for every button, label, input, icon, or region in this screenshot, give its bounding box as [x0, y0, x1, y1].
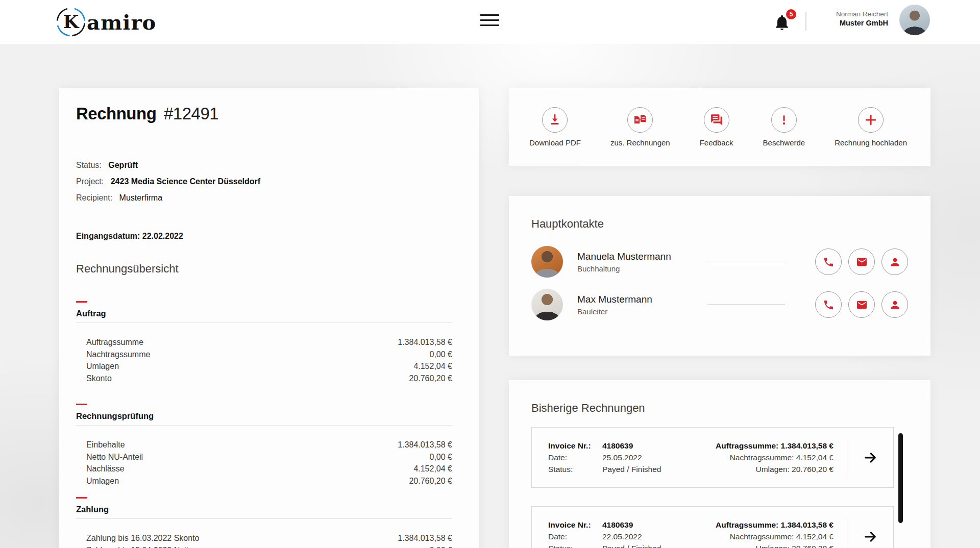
section-divider	[76, 425, 452, 426]
history-scrollbar[interactable]	[898, 433, 903, 523]
logo-circle-icon: K	[56, 7, 86, 37]
row-value: 20.760,20 €	[409, 372, 452, 385]
hamburger-menu-icon[interactable]	[480, 14, 499, 30]
row-label: Auftragssumme	[86, 336, 143, 348]
row-label: Netto NU-Anteil	[86, 451, 143, 463]
additional-invoices-button[interactable]: zus. Rechnungen	[610, 107, 670, 147]
contact-profile-button[interactable]	[881, 291, 908, 318]
user-menu[interactable]: Norman Reichert Muster GmbH	[836, 10, 888, 28]
invoice-status-row: Status: Payed / Finished	[548, 542, 694, 548]
invoice-date-row: Date: 25.05.2022	[548, 452, 694, 463]
overview-heading: Rechnungsübersicht	[76, 262, 452, 276]
page-title: Rechnung #12491	[76, 104, 452, 123]
row-value: 0,00 €	[430, 348, 452, 361]
person-icon	[889, 256, 901, 268]
action-label: Beschwerde	[763, 138, 805, 147]
chat-icon	[710, 113, 723, 127]
email-contact-button[interactable]	[848, 291, 875, 318]
section-accent-dash	[76, 497, 87, 499]
amount-row: Auftragssumme 1.384.013,58 €	[86, 336, 452, 348]
amount-row: Zahlung bis 16.03.2022 Skonto 1.384.013,…	[86, 532, 452, 544]
phone-icon	[823, 299, 835, 311]
phone-icon	[823, 256, 835, 268]
history-heading: Bisherige Rechnungen	[531, 402, 908, 415]
upload-invoice-button[interactable]: Rechnung hochladen	[835, 107, 907, 147]
invoice-nr-label: Invoice Nr.:	[548, 519, 602, 531]
download-icon	[548, 113, 561, 127]
user-company: Muster GmbH	[836, 18, 888, 28]
contact-role: Buchhaltung	[577, 264, 707, 273]
contact-row-max: Max Mustermann Bauleiter	[531, 289, 908, 320]
invoice-date-row: Date: 22.05.2022	[548, 531, 694, 542]
project-row: Project: 2423 Media Science Center Düsse…	[76, 173, 452, 190]
exclamation-icon	[777, 113, 791, 127]
invoice-list-item[interactable]: Invoice Nr.: 4180639 Date: 22.05.2022 St…	[531, 506, 894, 548]
row-label: Umlagen	[86, 475, 119, 487]
section-rechnungspruefung: Rechnungsprüfung Einbehalte 1.384.013,58…	[76, 404, 452, 487]
invoice-sum-sub: Umlagen: 20.760,20 €	[694, 463, 834, 475]
action-label: Download PDF	[529, 138, 581, 147]
call-contact-button[interactable]	[815, 248, 842, 275]
contact-avatar	[531, 246, 563, 278]
notifications-button[interactable]: 5	[771, 9, 797, 36]
contact-profile-button[interactable]	[881, 248, 908, 275]
invoice-sum-sub: Nachtragssumme: 4.152,04 €	[694, 531, 834, 542]
invoice-title: Rechnung	[76, 104, 156, 123]
amount-row: Einbehalte 1.384.013,58 €	[86, 439, 452, 451]
plus-icon	[864, 113, 878, 127]
open-invoice-button[interactable]	[847, 529, 893, 544]
row-label: Zahlung bis 15.04.2022 Netto	[86, 544, 193, 548]
row-value: 20.760,20 €	[409, 475, 452, 487]
arrow-right-icon	[863, 450, 878, 465]
project-label: Project:	[76, 177, 104, 186]
invoice-sum-main: Auftragssumme: 1.384.013,58 €	[694, 440, 834, 452]
row-label: Skonto	[86, 372, 112, 385]
invoice-detail-card: Rechnung #12491 Status: Geprüft Project:…	[59, 88, 479, 548]
amount-row: Nachlässe 4.152,04 €	[86, 463, 452, 475]
section-title: Rechnungsprüfung	[76, 411, 452, 421]
invoice-sum-main: Auftragssumme: 1.384.013,58 €	[694, 519, 834, 531]
section-zahlung: Zahlung Zahlung bis 16.03.2022 Skonto 1.…	[76, 497, 452, 548]
complaint-button[interactable]: Beschwerde	[763, 107, 805, 147]
action-label: Feedback	[700, 138, 733, 147]
contact-name: Manuela Mustermann	[577, 251, 707, 262]
arrow-right-icon	[863, 529, 878, 544]
user-avatar[interactable]	[899, 5, 930, 35]
contact-row-manuela: Manuela Mustermann Buchhaltung	[531, 246, 908, 278]
invoice-status-row: Status: Payed / Finished	[548, 463, 694, 475]
row-label: Umlagen	[86, 360, 119, 372]
user-name: Norman Reichert	[836, 10, 888, 18]
email-contact-button[interactable]	[848, 248, 875, 275]
invoice-nr-value: 4180639	[602, 519, 633, 531]
invoice-sum-sub: Umlagen: 20.760,20 €	[694, 542, 834, 548]
amount-row: Umlagen 4.152,04 €	[86, 360, 452, 372]
section-divider	[76, 322, 452, 323]
invoice-list-item[interactable]: Invoice Nr.: 4180639 Date: 25.05.2022 St…	[531, 427, 894, 488]
invoice-date-value: 22.05.2022	[602, 531, 642, 542]
contacts-heading: Hauptkontakte	[531, 217, 908, 231]
notification-badge: 5	[786, 9, 796, 19]
recipient-row: Recipient: Musterfirma	[76, 190, 452, 206]
logo-letter: K	[63, 11, 80, 32]
invoice-status-label: Status:	[548, 463, 602, 475]
open-invoice-button[interactable]	[847, 450, 893, 465]
invoice-nr-row: Invoice Nr.: 4180639	[548, 519, 694, 531]
invoice-nr-value: 4180639	[602, 440, 633, 452]
download-pdf-button[interactable]: Download PDF	[529, 107, 581, 147]
invoice-number: #12491	[164, 104, 218, 123]
contact-role: Bauleiter	[577, 307, 707, 316]
amount-row: Umlagen 20.760,20 €	[86, 475, 452, 487]
invoice-meta: Status: Geprüft Project: 2423 Media Scie…	[76, 157, 452, 206]
kamiro-logo[interactable]: K amiro	[56, 7, 156, 37]
invoice-sum-sub: Nachtragssumme: 4.152,04 €	[694, 452, 834, 463]
contacts-card: Hauptkontakte Manuela Mustermann Buchhal…	[509, 196, 930, 356]
call-contact-button[interactable]	[815, 291, 842, 318]
page: K amiro 5 Norman Reichert Muster GmbH Re…	[0, 0, 980, 548]
row-label: Zahlung bis 16.03.2022 Skonto	[86, 532, 200, 544]
feedback-button[interactable]: Feedback	[700, 107, 733, 147]
mail-icon	[856, 256, 868, 268]
header-divider	[805, 12, 806, 31]
row-value: 4.152,04 €	[413, 463, 452, 475]
section-accent-dash	[76, 301, 87, 303]
invoice-status-value: Payed / Finished	[602, 542, 661, 548]
